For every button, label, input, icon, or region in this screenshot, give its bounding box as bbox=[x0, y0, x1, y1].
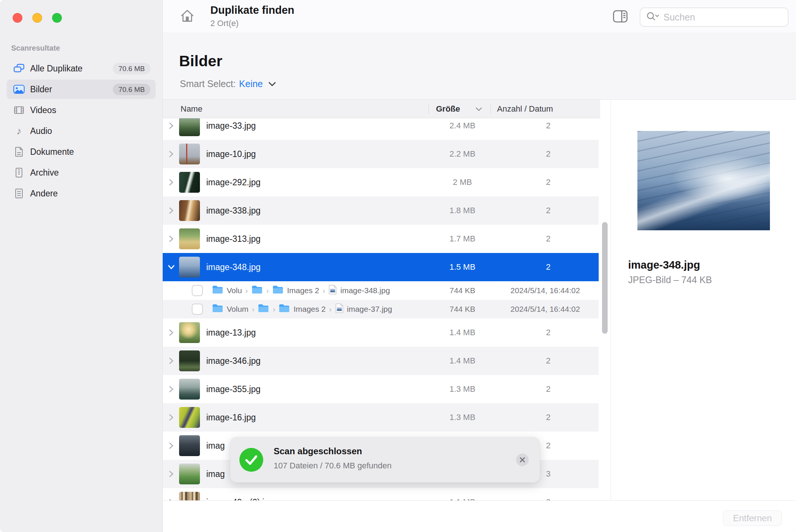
duplicate-count: 2 bbox=[498, 328, 599, 337]
chevron-right-icon[interactable] bbox=[166, 385, 176, 394]
chevron-right-icon[interactable] bbox=[166, 234, 176, 243]
table-row[interactable]: image-348.jpg1.5 MB2 bbox=[163, 253, 599, 281]
duplicate-count: 2 bbox=[498, 413, 599, 422]
file-size: 1.3 MB bbox=[427, 413, 498, 422]
home-icon bbox=[179, 7, 195, 26]
breadcrumb-separator: › bbox=[329, 305, 332, 314]
sidebar-item-videos[interactable]: Videos bbox=[7, 100, 156, 120]
duplicate-count: 2 bbox=[498, 206, 599, 215]
column-header-count-date[interactable]: Anzahl / Datum bbox=[497, 100, 553, 118]
table-row[interactable]: image-346.jpg1.4 MB2 bbox=[163, 347, 599, 375]
chevron-right-icon[interactable] bbox=[166, 121, 176, 130]
breadcrumb-separator: › bbox=[266, 286, 269, 295]
table-row[interactable]: image-33.jpg2.4 MB2 bbox=[163, 118, 599, 140]
file-name: image-313.jpg bbox=[206, 234, 261, 244]
smart-select-control[interactable]: Smart Select: Keine bbox=[180, 78, 277, 89]
duplicate-file-size: 744 KB bbox=[427, 305, 498, 314]
sidebar-section-title: Scanresultate bbox=[11, 44, 60, 52]
duplicate-count: 2 bbox=[498, 177, 599, 187]
close-window-button[interactable] bbox=[13, 13, 22, 23]
file-path-breadcrumb: Volum››Images 2›image-37.jpg bbox=[212, 303, 392, 315]
table-row[interactable]: image-313.jpg1.7 MB2 bbox=[163, 225, 599, 253]
folder-icon bbox=[278, 304, 290, 315]
page-title: Duplikate finden bbox=[210, 4, 294, 16]
table-row[interactable]: image-13.jpg1.4 MB2 bbox=[163, 318, 599, 347]
remove-button[interactable]: Entfernen bbox=[723, 510, 782, 526]
smart-select-value[interactable]: Keine bbox=[239, 78, 263, 89]
duplicate-location-row[interactable]: Volu››Images 2›image-348.jpg744 KB2024/5… bbox=[163, 281, 599, 300]
file-size: 1.1 MB bbox=[427, 497, 498, 500]
preview-file-meta: JPEG-Bild – 744 KB bbox=[628, 275, 712, 285]
file-thumbnail bbox=[179, 257, 200, 278]
chevron-right-icon[interactable] bbox=[166, 498, 176, 500]
chevron-down-icon[interactable] bbox=[166, 263, 176, 271]
sort-chevron-icon bbox=[475, 100, 483, 118]
duplicate-count: 2 bbox=[498, 121, 599, 131]
table-row[interactable]: image-338.jpg1.8 MB2 bbox=[163, 196, 599, 225]
file-thumbnail bbox=[179, 322, 200, 343]
size-badge: 70.6 MB bbox=[113, 84, 150, 95]
file-name: image-13.jpg bbox=[206, 328, 256, 338]
section-header: Bilder Smart Select: Keine bbox=[163, 33, 796, 100]
chevron-right-icon[interactable] bbox=[166, 441, 176, 450]
chevron-right-icon[interactable] bbox=[166, 206, 176, 215]
sidebar-item-label: Bilder bbox=[30, 84, 113, 94]
file-thumbnail bbox=[179, 144, 200, 164]
select-checkbox[interactable] bbox=[192, 285, 203, 296]
table-row[interactable]: image-49 - (2).jpg1.1 MB3 bbox=[163, 488, 599, 500]
smart-select-label: Smart Select: bbox=[180, 78, 236, 89]
images-icon bbox=[13, 83, 25, 95]
folder-name: Volu bbox=[227, 286, 242, 295]
chevron-right-icon[interactable] bbox=[166, 328, 176, 337]
duplicates-icon bbox=[13, 63, 25, 74]
file-name: image-49 - (2).jpg bbox=[206, 497, 274, 501]
sidebar-item-audio[interactable]: ♪Audio bbox=[7, 121, 156, 141]
zoom-window-button[interactable] bbox=[52, 13, 62, 23]
breadcrumb-separator: › bbox=[322, 286, 325, 295]
vertical-scrollbar[interactable] bbox=[602, 222, 608, 334]
file-name: image-338.jpg bbox=[206, 206, 261, 216]
column-header-name[interactable]: Name bbox=[181, 100, 203, 118]
chevron-right-icon[interactable] bbox=[166, 150, 176, 158]
document-icon bbox=[13, 146, 25, 158]
sidebar-item-andere[interactable]: Andere bbox=[7, 184, 156, 203]
breadcrumb-separator: › bbox=[245, 286, 248, 295]
chevron-right-icon[interactable] bbox=[166, 178, 176, 187]
toast-close-button[interactable] bbox=[516, 454, 529, 466]
chevron-right-icon[interactable] bbox=[166, 413, 176, 422]
folder-icon bbox=[251, 285, 263, 296]
archive-icon bbox=[13, 167, 25, 179]
sidebar-item-label: Alle Duplikate bbox=[30, 64, 113, 74]
table-row[interactable]: image-355.jpg1.3 MB2 bbox=[163, 375, 599, 403]
table-row[interactable]: image-16.jpg1.3 MB2 bbox=[163, 403, 599, 432]
duplicate-count: 2 bbox=[498, 262, 599, 272]
sidebar-item-dokumente[interactable]: Dokumente bbox=[7, 142, 156, 161]
duplicate-file-size: 744 KB bbox=[427, 286, 498, 295]
search-field[interactable] bbox=[640, 7, 789, 27]
file-size: 2 MB bbox=[427, 177, 498, 187]
minimize-window-button[interactable] bbox=[32, 13, 42, 23]
window-controls bbox=[13, 13, 62, 23]
duplicate-location-row[interactable]: Volum››Images 2›image-37.jpg744 KB2024/5… bbox=[163, 300, 599, 318]
file-name: image-33.jpg bbox=[206, 121, 256, 131]
chevron-right-icon[interactable] bbox=[166, 469, 176, 478]
file-size: 2.2 MB bbox=[427, 149, 498, 159]
table-row[interactable]: image-292.jpg2 MB2 bbox=[163, 168, 599, 196]
toast-message: 107 Dateien / 70.6 MB gefunden bbox=[274, 461, 392, 471]
column-header-size[interactable]: Größe bbox=[436, 100, 483, 118]
select-checkbox[interactable] bbox=[192, 304, 203, 315]
folder-icon bbox=[258, 304, 269, 315]
file-size: 1.3 MB bbox=[427, 384, 498, 394]
toggle-preview-panel-button[interactable] bbox=[612, 10, 628, 24]
page-subtitle: 2 Ort(e) bbox=[210, 19, 239, 28]
sidebar-item-alle-duplikate[interactable]: Alle Duplikate70.6 MB bbox=[7, 59, 156, 78]
file-name: image-16.jpg bbox=[206, 413, 256, 423]
folder-icon bbox=[212, 304, 223, 315]
table-row[interactable]: image-10.jpg2.2 MB2 bbox=[163, 140, 599, 168]
chevron-right-icon[interactable] bbox=[166, 356, 176, 365]
sidebar-item-bilder[interactable]: Bilder70.6 MB bbox=[7, 80, 156, 99]
search-input[interactable] bbox=[663, 12, 784, 23]
file-thumbnail bbox=[179, 228, 200, 249]
sidebar-item-archive[interactable]: Archive bbox=[7, 163, 156, 182]
home-button[interactable] bbox=[179, 8, 195, 25]
